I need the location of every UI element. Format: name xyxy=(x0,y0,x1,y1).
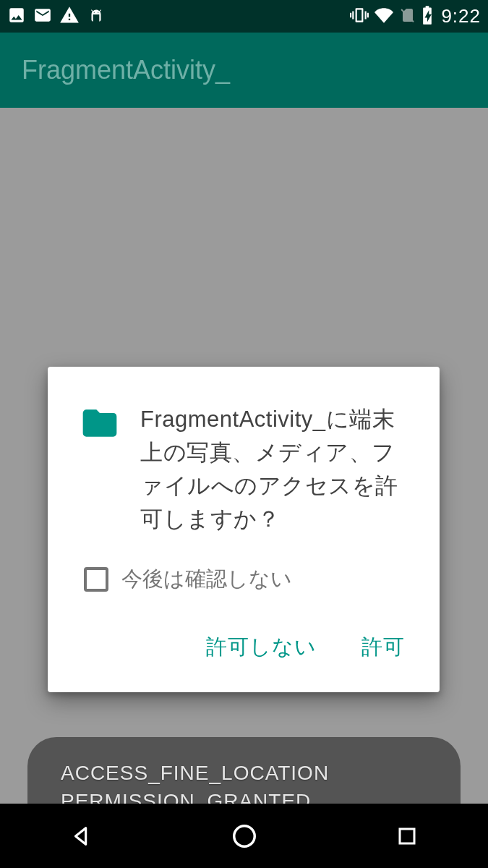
main-content: FragmentActivity_に端末上の写真、メディア、ファイルへのアクセス… xyxy=(0,108,488,804)
back-button[interactable] xyxy=(38,824,125,848)
no-sim-icon xyxy=(399,6,416,27)
recents-button[interactable] xyxy=(364,825,450,847)
svg-point-0 xyxy=(234,825,254,846)
permission-dialog: FragmentActivity_に端末上の写真、メディア、ファイルへのアクセス… xyxy=(48,367,440,692)
svg-rect-1 xyxy=(400,829,414,843)
vibrate-icon xyxy=(350,6,369,27)
wifi-icon xyxy=(373,6,395,27)
battery-charging-icon xyxy=(421,5,434,28)
dont-ask-checkbox[interactable] xyxy=(84,567,108,592)
status-bar: 9:22 xyxy=(0,0,488,33)
dialog-actions: 許可しない 許可 xyxy=(48,594,440,692)
image-icon xyxy=(7,6,26,27)
app-bar: FragmentActivity_ xyxy=(0,33,488,108)
android-icon xyxy=(87,6,106,27)
deny-button[interactable]: 許可しない xyxy=(206,633,317,662)
app-title: FragmentActivity_ xyxy=(22,55,230,85)
allow-button[interactable]: 許可 xyxy=(361,633,405,662)
permission-message: FragmentActivity_に端末上の写真、メディア、ファイルへのアクセス… xyxy=(140,403,408,536)
status-time: 9:22 xyxy=(441,5,481,27)
status-right: 9:22 xyxy=(350,5,481,28)
folder-icon xyxy=(80,403,120,536)
status-left xyxy=(7,5,106,28)
toast-line-1: ACCESS_FINE_LOCATION xyxy=(61,759,427,787)
mail-icon xyxy=(33,6,52,27)
home-button[interactable] xyxy=(201,822,288,850)
navigation-bar xyxy=(0,804,488,868)
dont-ask-label: 今後は確認しない xyxy=(121,565,292,594)
dont-ask-row[interactable]: 今後は確認しない xyxy=(48,536,440,594)
warning-icon xyxy=(59,5,80,28)
